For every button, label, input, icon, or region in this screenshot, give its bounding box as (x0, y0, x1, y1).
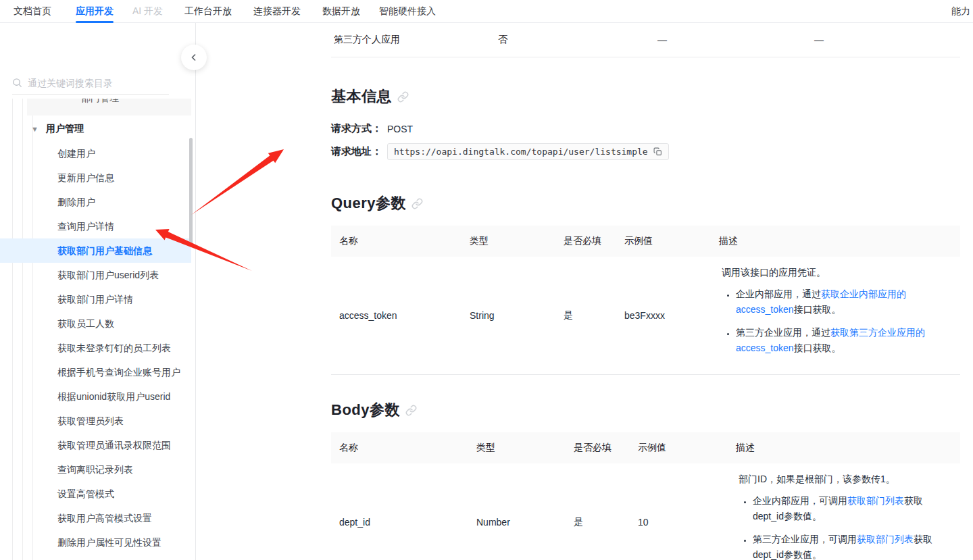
sidebar-item[interactable]: 删除用户 (0, 190, 191, 214)
nav-tab-workbench[interactable]: 工作台开放 (184, 5, 232, 18)
sidebar-item[interactable]: 查询离职记录列表 (0, 457, 191, 482)
sidebar-item[interactable]: 根据手机号查询企业账号用户 (0, 360, 191, 384)
col-header-required: 是否必填 (566, 442, 630, 454)
request-url-value: https://oapi.dingtalk.com/topapi/user/li… (394, 147, 648, 157)
desc-bullet: 第三方企业应用，可调用获取部门列表获取dept_id参数值。 (753, 532, 952, 560)
sidebar-item-selected[interactable]: 获取部门用户基础信息 (0, 238, 191, 263)
param-type: String (461, 257, 555, 374)
cell-supported: 否 (495, 34, 655, 46)
sidebar-item-clipped[interactable]: 部门管理 (27, 99, 191, 116)
request-method-row: 请求方式： POST (331, 122, 413, 135)
col-header-example: 示例值 (630, 442, 728, 454)
param-required: 是 (555, 257, 616, 374)
anchor-link-icon[interactable] (411, 198, 423, 209)
nav-tab-doc-home[interactable]: 文档首页 (14, 5, 51, 18)
active-tab-underline (76, 21, 114, 23)
sidebar: 部门管理 ▼ 用户管理 创建用户 更新用户信息 删除用户 查询用户详情 获取部门… (0, 23, 196, 560)
nav-tab-hardware[interactable]: 智能硬件接入 (379, 5, 436, 18)
section-title: 基本信息 (331, 86, 392, 107)
anchor-link-icon[interactable] (397, 91, 409, 103)
nav-tab-data-open[interactable]: 数据开放 (322, 5, 360, 18)
param-required: 是 (566, 463, 630, 560)
sidebar-item[interactable]: 获取管理员列表 (0, 409, 191, 433)
request-url-label: 请求地址： (331, 145, 382, 158)
col-header-name: 名称 (331, 442, 468, 454)
param-name: dept_id (331, 463, 468, 560)
search-input[interactable] (28, 78, 156, 88)
param-example: be3Fxxxx (616, 257, 711, 374)
table-header-row: 名称 类型 是否必填 示例值 描述 (331, 226, 960, 257)
section-query-params: Query参数 (331, 193, 423, 213)
nav-tab-connector[interactable]: 连接器开发 (253, 5, 301, 18)
sidebar-item[interactable]: 获取用户高管模式设置 (0, 506, 191, 530)
doc-link[interactable]: 获取部门列表 (857, 534, 914, 544)
param-name: access_token (331, 257, 461, 374)
sidebar-item[interactable]: 设置高管模式 (0, 482, 191, 506)
tree-scrollbar-thumb[interactable] (189, 138, 193, 246)
nav-tab-ai-dev[interactable]: AI 开发 (132, 5, 163, 18)
desc-intro: 调用该接口的应用凭证。 (722, 265, 952, 280)
cell-app-type: 第三方个人应用 (331, 34, 495, 46)
sidebar-item[interactable]: 获取部门用户详情 (0, 287, 191, 311)
sidebar-item[interactable]: 获取未登录钉钉的员工列表 (0, 336, 191, 360)
search-icon (12, 78, 22, 88)
cell-dash: — (655, 34, 812, 45)
desc-intro: 部门ID，如果是根部门，该参数传1。 (739, 472, 952, 487)
col-header-name: 名称 (331, 235, 461, 247)
nav-tab-app-dev[interactable]: 应用开发 (76, 5, 114, 18)
sidebar-item[interactable]: 获取部门用户userid列表 (0, 263, 191, 287)
request-url-row: 请求地址： https://oapi.dingtalk.com/topapi/u… (331, 143, 669, 160)
desc-bullet: 企业内部应用，可调用获取部门列表获取dept_id参数值。 (753, 493, 952, 524)
col-header-required: 是否必填 (555, 235, 616, 247)
col-header-example: 示例值 (616, 235, 711, 247)
table-row: access_token String 是 be3Fxxxx 调用该接口的应用凭… (331, 257, 960, 375)
param-description: 调用该接口的应用凭证。 企业内部应用，通过获取企业内部应用的access_tok… (711, 257, 960, 374)
sidebar-item[interactable]: 获取用户属性可见性设置 (0, 555, 191, 560)
param-type: Number (468, 463, 566, 560)
section-title: Query参数 (331, 193, 406, 213)
sidebar-item-list: 创建用户 更新用户信息 删除用户 查询用户详情 获取部门用户基础信息 获取部门用… (0, 141, 191, 560)
section-title: Body参数 (331, 400, 400, 420)
anchor-link-icon[interactable] (405, 405, 417, 416)
col-header-type: 类型 (461, 235, 555, 247)
copy-icon[interactable] (653, 147, 662, 156)
body-params-table: 名称 类型 是否必填 示例值 描述 dept_id Number 是 10 部门… (331, 432, 960, 560)
top-nav: 文档首页 应用开发 AI 开发 工作台开放 连接器开发 数据开放 智能硬件接入 … (0, 0, 973, 23)
sidebar-item[interactable]: 创建用户 (0, 141, 191, 166)
sidebar-collapse-button[interactable] (181, 45, 207, 70)
param-description: 部门ID，如果是根部门，该参数传1。 企业内部应用，可调用获取部门列表获取dep… (728, 463, 960, 560)
sidebar-item[interactable]: 获取管理员通讯录权限范围 (0, 433, 191, 457)
chevron-left-icon (190, 53, 198, 61)
sidebar-item[interactable]: 根据unionid获取用户userid (0, 384, 191, 409)
sidebar-item[interactable]: 更新用户信息 (0, 166, 191, 190)
sidebar-item[interactable]: 删除用户属性可见性设置 (0, 530, 191, 555)
doc-link[interactable]: 获取部门列表 (847, 495, 904, 506)
sidebar-group-user-management[interactable]: ▼ 用户管理 (0, 117, 191, 141)
col-header-type: 类型 (468, 442, 566, 454)
nav-tab-capability[interactable]: 能力 (951, 5, 970, 18)
section-basic-info: 基本信息 (331, 86, 409, 107)
permission-table-row: 第三方个人应用 否 — — (331, 23, 960, 57)
main-content: 第三方个人应用 否 — — 基本信息 请求方式： POST 请求地址： http… (196, 0, 973, 560)
col-header-desc: 描述 (728, 442, 960, 454)
section-body-params: Body参数 (331, 400, 417, 420)
desc-bullet: 第三方企业应用，通过获取第三方企业应用的access_token接口获取。 (736, 325, 952, 356)
param-example: 10 (630, 463, 728, 560)
request-method-value: POST (387, 124, 413, 134)
sidebar-tree: 部门管理 ▼ 用户管理 创建用户 更新用户信息 删除用户 查询用户详情 获取部门… (0, 95, 196, 560)
request-url-box: https://oapi.dingtalk.com/topapi/user/li… (387, 143, 669, 160)
sidebar-item[interactable]: 查询用户详情 (0, 214, 191, 238)
desc-bullet: 企业内部应用，通过获取企业内部应用的access_token接口获取。 (736, 286, 952, 317)
cell-dash: — (812, 34, 960, 45)
table-row: dept_id Number 是 10 部门ID，如果是根部门，该参数传1。 企… (331, 463, 960, 560)
query-params-table: 名称 类型 是否必填 示例值 描述 access_token String 是 … (331, 226, 960, 375)
table-header-row: 名称 类型 是否必填 示例值 描述 (331, 432, 960, 463)
caret-down-icon: ▼ (31, 125, 39, 133)
search-bar (12, 72, 169, 95)
sidebar-group-label: 用户管理 (46, 123, 84, 135)
request-method-label: 请求方式： (331, 122, 382, 135)
col-header-desc: 描述 (711, 235, 960, 247)
sidebar-item[interactable]: 获取员工人数 (0, 311, 191, 336)
